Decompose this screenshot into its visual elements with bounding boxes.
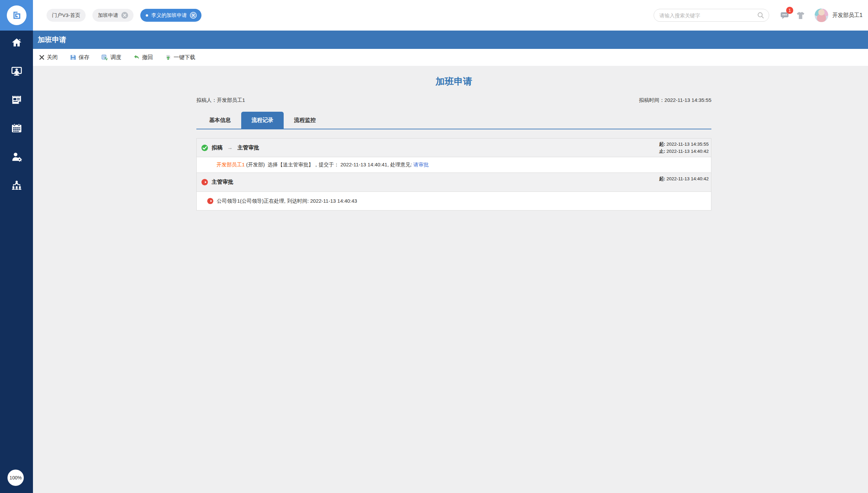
- drafter-label: 拟稿人：: [196, 97, 217, 103]
- sidebar-item-user-settings[interactable]: [10, 150, 23, 164]
- process-record-table: 拟稿 → 主管审批 起: 2022-11-13 14:35:55 止: 2022…: [196, 138, 711, 211]
- step-done-icon: [201, 144, 208, 151]
- record-step-row: 主管审批 起: 2022-11-13 14:40:42: [197, 173, 711, 192]
- sidebar-item-news[interactable]: [10, 93, 23, 107]
- page-tab-portal-home[interactable]: 门户V3-首页: [47, 9, 86, 22]
- form-title: 加班申请: [196, 75, 711, 88]
- start-time-value: 2022-11-13 14:35:55: [665, 142, 709, 147]
- topbar-right: 1 开发部员工1: [654, 8, 863, 22]
- handler-name: 开发部员工1: [216, 162, 245, 168]
- page-header: 加班申请: [33, 31, 868, 49]
- global-search: [654, 9, 769, 22]
- search-input[interactable]: [659, 13, 757, 18]
- recall-button-label: 撤回: [142, 54, 153, 61]
- step-to: 主管审批: [237, 144, 259, 151]
- topbar: 门户V3-首页 加班申请 李义的加班申请: [33, 0, 868, 31]
- sidebar-item-calendar[interactable]: [10, 122, 23, 135]
- tab-label: 基本信息: [209, 117, 231, 124]
- step-transition: 拟稿 → 主管审批: [201, 139, 259, 157]
- record-step-row: 拟稿 → 主管审批 起: 2022-11-13 14:35:55 止: 2022…: [197, 139, 711, 157]
- tab-label: 流程监控: [294, 117, 316, 124]
- page-tab-label: 加班申请: [98, 12, 118, 19]
- page-tab-label: 门户V3-首页: [52, 12, 80, 19]
- zoom-level-indicator[interactable]: 100%: [7, 470, 24, 486]
- step-current: 主管审批: [201, 173, 233, 191]
- sidebar-item-workspace[interactable]: [10, 65, 23, 78]
- page-tab-overtime-form[interactable]: 李义的加班申请: [140, 9, 201, 22]
- shirt-icon: [796, 11, 805, 20]
- step-arrow: →: [226, 145, 234, 151]
- close-tab-icon[interactable]: [190, 12, 197, 19]
- user-gear-icon: [11, 151, 22, 163]
- save-floppy-icon: [70, 54, 76, 60]
- page-tab-overtime-list[interactable]: 加班申请: [92, 9, 134, 22]
- dispatch-icon: [102, 54, 108, 61]
- page-tab-label: 李义的加班申请: [151, 12, 187, 19]
- open-page-tabs: 门户V3-首页 加班申请 李义的加班申请: [47, 9, 201, 22]
- app-logo[interactable]: [0, 0, 33, 31]
- main-content: 加班申请 拟稿人：开发部员工1 拟稿时间：2022-11-13 14:35:55…: [33, 66, 868, 493]
- record-detail-row: 公司领导1(公司领导)正在处理, 到达时间: 2022-11-13 14:40:…: [197, 192, 711, 210]
- close-tab-icon[interactable]: [121, 12, 128, 19]
- form-container: 加班申请 拟稿人：开发部员工1 拟稿时间：2022-11-13 14:35:55…: [196, 66, 711, 211]
- opinion-link[interactable]: 请审批: [413, 162, 429, 168]
- download-button[interactable]: 一键下载: [165, 54, 195, 61]
- step-times: 起: 2022-11-13 14:35:55 止: 2022-11-13 14:…: [659, 139, 709, 157]
- handler-action-text: (开发部) 选择【送主管审批】，提交于： 2022-11-13 14:40:41…: [245, 162, 413, 168]
- org-chart-icon: [11, 180, 22, 191]
- search-icon[interactable]: [757, 12, 764, 19]
- logo-icon: [7, 5, 26, 25]
- message-count-badge: 1: [786, 7, 793, 14]
- end-time-label: 止:: [659, 149, 665, 154]
- dispatch-button-label: 调度: [110, 54, 121, 61]
- step-pending-icon: [201, 179, 208, 186]
- draft-time-value: 2022-11-13 14:35:55: [665, 97, 711, 103]
- avatar[interactable]: [815, 8, 828, 22]
- sidebar-item-organization[interactable]: [10, 179, 23, 192]
- pending-arrow-icon: [207, 198, 214, 204]
- sidebar-item-home[interactable]: [10, 36, 23, 50]
- start-time-value: 2022-11-13 14:40:42: [665, 176, 709, 181]
- recall-arrow-icon: [134, 54, 140, 60]
- monitor-user-icon: [11, 66, 22, 77]
- dispatch-button[interactable]: 调度: [102, 54, 121, 61]
- draft-time-field: 拟稿时间：2022-11-13 14:35:55: [639, 97, 711, 104]
- pending-status-text: 公司领导1(公司领导)正在处理, 到达时间: 2022-11-13 14:40:…: [217, 198, 357, 204]
- form-meta: 拟稿人：开发部员工1 拟稿时间：2022-11-13 14:35:55: [196, 97, 711, 104]
- sidebar: 100%: [0, 0, 33, 493]
- close-button[interactable]: 关闭: [39, 54, 58, 61]
- step-title: 主管审批: [212, 179, 233, 186]
- tab-process-record[interactable]: 流程记录: [241, 112, 284, 129]
- close-x-icon: [39, 55, 45, 60]
- close-button-label: 关闭: [47, 54, 58, 61]
- page-title: 加班申请: [38, 36, 66, 43]
- start-time-label: 起:: [659, 176, 665, 181]
- save-button-label: 保存: [78, 54, 89, 61]
- step-from: 拟稿: [212, 144, 223, 151]
- calendar-icon: [11, 123, 22, 134]
- draft-time-label: 拟稿时间：: [639, 97, 665, 103]
- zoom-level-text: 100%: [10, 475, 22, 480]
- download-icon: [165, 54, 171, 60]
- unsaved-dot-icon: [146, 14, 148, 17]
- end-time-value: 2022-11-13 14:40:42: [665, 149, 709, 154]
- tab-process-monitor[interactable]: 流程监控: [284, 112, 326, 129]
- start-time-label: 起:: [659, 142, 665, 147]
- current-username[interactable]: 开发部员工1: [832, 12, 863, 19]
- form-tabs: 基本信息 流程记录 流程监控: [196, 112, 711, 129]
- download-button-label: 一键下载: [174, 54, 195, 61]
- sidebar-nav: [0, 31, 33, 192]
- home-icon: [11, 37, 22, 49]
- record-detail-row: 开发部员工1 (开发部) 选择【送主管审批】，提交于： 2022-11-13 1…: [197, 157, 711, 173]
- tab-label: 流程记录: [252, 117, 273, 124]
- drafter-field: 拟稿人：开发部员工1: [196, 97, 245, 104]
- tab-basic-info[interactable]: 基本信息: [199, 112, 241, 129]
- theme-button[interactable]: [796, 11, 805, 20]
- save-button[interactable]: 保存: [70, 54, 89, 61]
- step-times: 起: 2022-11-13 14:40:42: [659, 173, 709, 191]
- drafter-value: 开发部员工1: [217, 97, 245, 103]
- form-toolbar: 关闭 保存 调度 撤回: [33, 49, 868, 66]
- recall-button[interactable]: 撤回: [134, 54, 153, 61]
- news-icon: [11, 94, 22, 106]
- messages-button[interactable]: 1: [780, 11, 789, 20]
